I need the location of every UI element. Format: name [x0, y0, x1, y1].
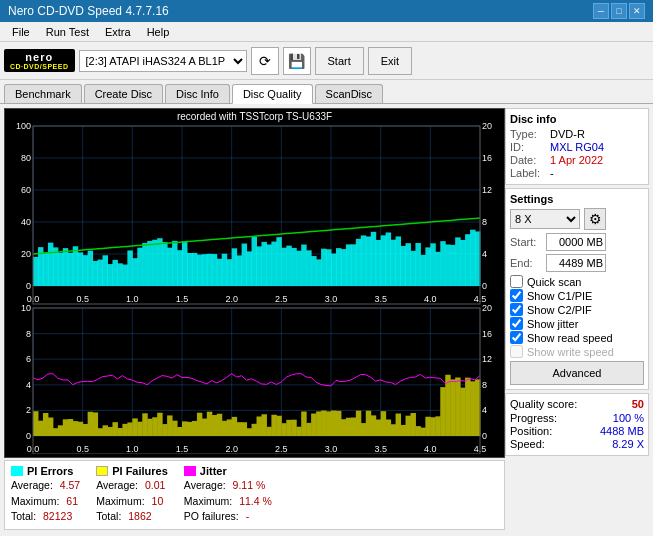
show-jitter-row: Show jitter	[510, 317, 644, 330]
tab-disc-quality[interactable]: Disc Quality	[232, 84, 313, 104]
jitter-po-failures: PO failures: -	[184, 509, 272, 525]
charts-container: recorded with TSSTcorp TS-U633F	[4, 108, 505, 458]
speed-row-quality: Speed: 8.29 X	[510, 438, 644, 450]
speed-select[interactable]: 8 X Maximum 1 X 2 X 4 X 16 X	[510, 209, 580, 229]
tab-scan-disc[interactable]: ScanDisc	[315, 84, 383, 103]
quick-scan-row: Quick scan	[510, 275, 644, 288]
show-read-speed-checkbox[interactable]	[510, 331, 523, 344]
drive-select[interactable]: [2:3] ATAPI iHAS324 A BL1P	[79, 50, 247, 72]
menu-file[interactable]: File	[4, 24, 38, 40]
start-button[interactable]: Start	[315, 47, 364, 75]
titlebar: Nero CD-DVD Speed 4.7.7.16 ─ □ ✕	[0, 0, 653, 22]
right-panel: Disc info Type: DVD-R ID: MXL RG04 Date:…	[505, 104, 653, 534]
menu-extra[interactable]: Extra	[97, 24, 139, 40]
save-icon[interactable]: 💾	[283, 47, 311, 75]
legend-pi-errors: PI Errors Average: 4.57 Maximum: 61 Tota…	[11, 465, 80, 525]
pi-errors-label: PI Errors	[27, 465, 73, 477]
disc-info-panel: Disc info Type: DVD-R ID: MXL RG04 Date:…	[505, 108, 649, 185]
show-write-speed-row: Show write speed	[510, 345, 644, 358]
tab-disc-info[interactable]: Disc Info	[165, 84, 230, 103]
chart-canvas	[5, 122, 504, 454]
jitter-label: Jitter	[200, 465, 227, 477]
pi-errors-maximum: Maximum: 61	[11, 494, 80, 510]
menu-run-test[interactable]: Run Test	[38, 24, 97, 40]
tab-benchmark[interactable]: Benchmark	[4, 84, 82, 103]
jitter-color	[184, 466, 196, 476]
pi-failures-total: Total: 1862	[96, 509, 168, 525]
progress-row: Progress: 100 %	[510, 412, 644, 424]
refresh-icon[interactable]: ⟳	[251, 47, 279, 75]
disc-date-row: Date: 1 Apr 2022	[510, 154, 644, 166]
pi-errors-total: Total: 82123	[11, 509, 80, 525]
start-mb-input[interactable]	[546, 233, 606, 251]
legend-pi-failures: PI Failures Average: 0.01 Maximum: 10 To…	[96, 465, 168, 525]
speed-row: 8 X Maximum 1 X 2 X 4 X 16 X ⚙	[510, 208, 644, 230]
show-jitter-checkbox[interactable]	[510, 317, 523, 330]
disc-type-row: Type: DVD-R	[510, 128, 644, 140]
titlebar-title: Nero CD-DVD Speed 4.7.7.16	[8, 4, 169, 18]
nero-logo: nero CD·DVD/SPEED	[4, 49, 75, 73]
maximize-button[interactable]: □	[611, 3, 627, 19]
exit-button[interactable]: Exit	[368, 47, 412, 75]
pi-failures-average: Average: 0.01	[96, 478, 168, 494]
settings-panel: Settings 8 X Maximum 1 X 2 X 4 X 16 X ⚙ …	[505, 188, 649, 390]
show-c2pif-row: Show C2/PIF	[510, 303, 644, 316]
pi-failures-color	[96, 466, 108, 476]
start-mb-row: Start:	[510, 233, 644, 251]
show-c1pie-row: Show C1/PIE	[510, 289, 644, 302]
show-c2pif-checkbox[interactable]	[510, 303, 523, 316]
quality-panel: Quality score: 50 Progress: 100 % Positi…	[505, 393, 649, 456]
advanced-button[interactable]: Advanced	[510, 361, 644, 385]
pi-errors-average: Average: 4.57	[11, 478, 80, 494]
tab-create-disc[interactable]: Create Disc	[84, 84, 163, 103]
show-write-speed-checkbox	[510, 345, 523, 358]
disc-id-row: ID: MXL RG04	[510, 141, 644, 153]
jitter-average: Average: 9.11 %	[184, 478, 272, 494]
pi-errors-color	[11, 466, 23, 476]
jitter-maximum: Maximum: 11.4 %	[184, 494, 272, 510]
settings-title: Settings	[510, 193, 644, 205]
quick-scan-checkbox[interactable]	[510, 275, 523, 288]
toolbar: nero CD·DVD/SPEED [2:3] ATAPI iHAS324 A …	[0, 42, 653, 80]
close-button[interactable]: ✕	[629, 3, 645, 19]
legend: PI Errors Average: 4.57 Maximum: 61 Tota…	[4, 460, 505, 530]
disc-info-title: Disc info	[510, 113, 644, 125]
settings-icon[interactable]: ⚙	[584, 208, 606, 230]
end-mb-input[interactable]	[546, 254, 606, 272]
position-row: Position: 4488 MB	[510, 425, 644, 437]
tabs: Benchmark Create Disc Disc Info Disc Qua…	[0, 80, 653, 104]
pi-failures-label: PI Failures	[112, 465, 168, 477]
titlebar-controls: ─ □ ✕	[593, 3, 645, 19]
app-title: Nero CD-DVD Speed 4.7.7.16	[8, 4, 169, 18]
pi-failures-maximum: Maximum: 10	[96, 494, 168, 510]
chart-title: recorded with TSSTcorp TS-U633F	[5, 109, 504, 122]
end-mb-row: End:	[510, 254, 644, 272]
show-read-speed-row: Show read speed	[510, 331, 644, 344]
show-c1pie-checkbox[interactable]	[510, 289, 523, 302]
legend-jitter: Jitter Average: 9.11 % Maximum: 11.4 % P…	[184, 465, 272, 525]
disc-label-row: Label: -	[510, 167, 644, 179]
main-content: recorded with TSSTcorp TS-U633F PI Error…	[0, 104, 653, 534]
menu-help[interactable]: Help	[139, 24, 178, 40]
menubar: File Run Test Extra Help	[0, 22, 653, 42]
minimize-button[interactable]: ─	[593, 3, 609, 19]
quality-score-row: Quality score: 50	[510, 398, 644, 410]
